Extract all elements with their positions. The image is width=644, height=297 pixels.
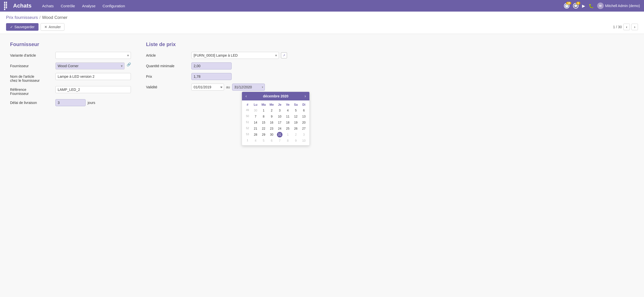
calendar-day[interactable]: 9 [293,138,299,143]
prev-page-button[interactable]: ‹ [623,24,630,30]
liste-prix-section: Liste de prix Article [FURN_0003] Lampe … [146,42,287,149]
calendar-day[interactable]: 19 [293,120,299,125]
calendar-day[interactable]: 26 [293,126,299,131]
calendar-header: ‹ décembre 2020 › [242,92,309,100]
variante-row: Variante d'article [10,52,131,59]
fournisseur-row: Fournisseur Wood Corner 🔗 [10,62,131,69]
calendar-day[interactable]: 4 [285,108,291,113]
calendar-week-row: 5221222324252627 [243,126,308,132]
week-number: 50 [243,114,252,120]
qte-minimale-input[interactable] [191,62,232,69]
nav-analyse[interactable]: Analyse [79,3,98,9]
calendar-day[interactable]: 22 [261,126,266,131]
calendar-day[interactable]: 14 [253,120,258,125]
notifications-badge[interactable]: 🕐 18 [564,3,569,9]
calendar-body: 4930123456507891011121351141516171819205… [243,107,308,144]
fournisseur-select[interactable]: Wood Corner [55,62,125,69]
calendar-day[interactable]: 10 [277,114,282,119]
play-button[interactable]: ▶ [582,4,585,8]
messages-count: 6 [576,2,580,5]
article-field: [FURN_0003] Lampe à LED ↗ [191,52,287,59]
grid-icon[interactable] [4,2,8,10]
messages-badge[interactable]: 💬 6 [573,3,579,9]
calendar-day[interactable]: 5 [261,138,266,143]
calendar-day[interactable]: 3 [277,108,282,113]
calendar-day[interactable]: 30 [269,132,274,137]
calendar-week-row: 5114151617181920 [243,120,308,126]
calendar-day[interactable]: 28 [253,132,258,137]
validite-row: Validité ▾ au ▾ ‹ [146,84,287,145]
calendar-day[interactable]: 18 [285,120,291,125]
prix-input[interactable] [191,73,232,80]
week-number: 1 [243,138,252,144]
nom-article-field [55,73,131,80]
nav-controle[interactable]: Contrôle [58,3,78,9]
calendar-day[interactable]: 4 [253,138,258,143]
breadcrumb-parent[interactable]: Prix fournisseurs [6,15,38,20]
user-name: Mitchell Admin (demo) [605,4,640,8]
article-external-link[interactable]: ↗ [281,52,287,58]
calendar-day[interactable]: 9 [269,114,274,119]
calendar-day[interactable]: 13 [301,114,307,119]
calendar-day[interactable]: 31 [277,132,282,137]
qte-minimale-row: Quantité minimale [146,62,287,69]
fournisseur-title: Fournisseur [10,42,131,47]
calendar-next-button[interactable]: › [304,94,307,98]
date-to-input[interactable] [232,84,265,91]
calendar-day[interactable]: 8 [285,138,291,143]
save-button[interactable]: ✓ Sauvegarder [6,23,39,31]
notifications-count: 18 [566,2,571,5]
nav-achats[interactable]: Achats [39,3,57,9]
calendar-day[interactable]: 20 [301,120,307,125]
calendar-day[interactable]: 6 [301,108,307,113]
breadcrumb: Prix fournisseurs / Wood Corner [6,15,638,20]
next-page-button[interactable]: › [631,24,638,30]
calendar-day[interactable]: 25 [285,126,291,131]
save-label: Sauvegarder [14,25,34,29]
calendar-day[interactable]: 17 [277,120,282,125]
calendar-day[interactable]: 23 [269,126,274,131]
calendar-prev-button[interactable]: ‹ [244,94,248,98]
calendar-day[interactable]: 10 [301,138,307,143]
calendar-day[interactable]: 21 [253,126,258,131]
close-icon: ✕ [44,25,47,29]
calendar-day[interactable]: 2 [269,108,274,113]
calendar-day[interactable]: 5 [293,108,299,113]
calendar-day[interactable]: 16 [269,120,274,125]
qte-minimale-field [191,62,287,69]
delai-row: Délai de livraison jours [10,99,131,106]
variante-select[interactable] [55,52,131,59]
avatar: M [597,3,604,9]
calendar-day[interactable]: 27 [301,126,307,131]
calendar-day[interactable]: 12 [293,114,299,119]
calendar-day[interactable]: 30 [253,108,258,113]
delai-label: Délai de livraison [10,99,55,105]
calendar-day[interactable]: 8 [261,114,266,119]
delai-input[interactable] [55,99,86,106]
calendar-day[interactable]: 6 [269,138,274,143]
article-select[interactable]: [FURN_0003] Lampe à LED [191,52,279,59]
calendar-day[interactable]: 2 [293,132,299,137]
debug-icon[interactable]: 🐛 [589,4,594,8]
user-menu[interactable]: M Mitchell Admin (demo) [597,3,640,9]
calendar-day[interactable]: 1 [285,132,291,137]
nav-configuration[interactable]: Configuration [99,3,128,9]
calendar-week-row: 145678910 [243,138,308,144]
cancel-button[interactable]: ✕ Annuler [41,23,64,31]
calendar-day[interactable]: 29 [261,132,266,137]
calendar-day[interactable]: 1 [261,108,266,113]
calendar-day[interactable]: 7 [277,138,282,143]
calendar-day[interactable]: 7 [253,114,258,119]
breadcrumb-separator: / [40,15,41,20]
calendar-day[interactable]: 3 [301,132,307,137]
calendar-day[interactable]: 15 [261,120,266,125]
reference-field [55,86,131,93]
date-from-input[interactable] [191,84,224,91]
reference-input[interactable] [55,86,131,93]
nom-article-input[interactable] [55,73,131,80]
col-di: Di [300,102,308,107]
calendar-day[interactable]: 11 [285,114,291,119]
calendar-day[interactable]: 24 [277,126,282,131]
fournisseur-section: Fournisseur Variante d'article Fournisse… [10,42,131,149]
fournisseur-external-link[interactable]: 🔗 [127,62,131,66]
